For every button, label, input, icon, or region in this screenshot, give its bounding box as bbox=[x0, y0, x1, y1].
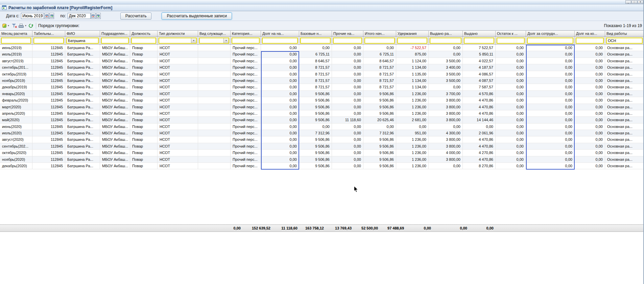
grid-cell[interactable]: Основная ра... bbox=[605, 84, 644, 90]
grid-cell[interactable]: 0,00 bbox=[526, 51, 575, 57]
grid-cell[interactable]: 112845 bbox=[32, 91, 65, 97]
grid-row[interactable]: март(2020)112845Батршина Ра...МБОУ Акбаш… bbox=[0, 104, 644, 110]
grid-cell[interactable]: 9 506,86 bbox=[299, 150, 332, 156]
grid-row[interactable]: февраль(2020)112845Батршина Ра...МБОУ Ак… bbox=[0, 97, 644, 104]
grid-cell[interactable]: 0,00 bbox=[332, 45, 363, 51]
grid-cell[interactable]: 8 646,57 bbox=[363, 58, 396, 64]
grid-cell[interactable]: 0,00 bbox=[332, 84, 363, 90]
grid-cell[interactable]: Основная ра... bbox=[605, 97, 644, 103]
grid-cell[interactable]: Повар bbox=[130, 58, 158, 64]
column-header[interactable]: Категория... bbox=[231, 31, 261, 36]
grid-cell[interactable]: 0,00 bbox=[526, 130, 575, 136]
grid-cell[interactable]: 0,00 bbox=[496, 58, 526, 64]
grid-cell[interactable]: 8 721,57 bbox=[299, 84, 332, 90]
grid-cell[interactable]: Основная ра... bbox=[605, 156, 644, 162]
grid-cell[interactable]: 0,00 bbox=[332, 78, 363, 84]
grid-cell[interactable]: Батршина Ра... bbox=[65, 150, 100, 156]
grid-cell[interactable]: Прочий перс... bbox=[231, 136, 261, 143]
grid-cell[interactable]: Повар bbox=[130, 124, 158, 130]
grid-cell[interactable]: МБОУ Акбаш... bbox=[100, 150, 130, 156]
grid-cell[interactable]: 0,00 bbox=[261, 104, 299, 110]
grid-cell[interactable]: 9 506,86 bbox=[299, 117, 332, 123]
grid-cell[interactable]: Батршина Ра... bbox=[65, 91, 100, 97]
grid-cell[interactable]: МБОУ Акбаш... bbox=[100, 58, 130, 64]
grid-cell[interactable]: февраль(2020) bbox=[0, 97, 32, 103]
grid-cell[interactable]: 0,00 bbox=[299, 124, 332, 130]
grid-cell[interactable]: Батршина Ра... bbox=[65, 45, 100, 51]
grid-cell[interactable]: 0,00 bbox=[575, 97, 605, 103]
grid-cell[interactable]: 0,00 bbox=[332, 104, 363, 110]
grid-cell[interactable]: 8 646,57 bbox=[299, 58, 332, 64]
grid-cell[interactable] bbox=[198, 124, 231, 130]
grid-cell[interactable]: 0,00 bbox=[261, 97, 299, 103]
filter-input[interactable] bbox=[430, 38, 461, 44]
grid-cell[interactable]: 0,00 bbox=[526, 117, 575, 123]
grid-cell[interactable]: НСОТ bbox=[158, 150, 198, 156]
grid-cell[interactable]: МБОУ Акбаш... bbox=[100, 156, 130, 162]
grid-cell[interactable]: Повар bbox=[130, 136, 158, 143]
grid-cell[interactable]: Прочий перс... bbox=[231, 124, 261, 130]
grid-cell[interactable]: 112845 bbox=[32, 136, 65, 143]
grid-cell[interactable]: -7 522,57 bbox=[396, 45, 429, 51]
grid-cell[interactable]: 0,00 bbox=[261, 130, 299, 136]
grid-cell[interactable]: 0,00 bbox=[261, 124, 299, 130]
grid-cell[interactable]: Повар bbox=[130, 84, 158, 90]
grid-cell[interactable]: 4 300,00 bbox=[429, 130, 463, 136]
date-to-picker-button[interactable] bbox=[96, 13, 101, 19]
grid-cell[interactable]: 0,00 bbox=[496, 91, 526, 97]
grid-cell[interactable] bbox=[198, 104, 231, 110]
grid-cell[interactable]: апрель(2020) bbox=[0, 110, 32, 116]
grid-cell[interactable]: Прочий перс... bbox=[231, 110, 261, 116]
filter-input[interactable] bbox=[397, 38, 427, 44]
grid-cell[interactable]: 3 500,00 bbox=[429, 71, 463, 77]
grid-row[interactable]: июнь(2019)112845Батршина Ра...МБОУ Акбаш… bbox=[0, 45, 644, 51]
grid-cell[interactable]: 4 270,86 bbox=[463, 150, 496, 156]
grid-cell[interactable]: 0,00 bbox=[526, 71, 575, 77]
grid-cell[interactable]: 4 022,57 bbox=[463, 58, 496, 64]
grid-cell[interactable]: Основная ра... bbox=[605, 150, 644, 156]
grid-cell[interactable]: 112845 bbox=[32, 45, 65, 51]
grid-cell[interactable]: Основная ра... bbox=[605, 58, 644, 64]
grid-cell[interactable]: 0,00 bbox=[332, 91, 363, 97]
grid-cell[interactable]: Основная ра... bbox=[605, 51, 644, 57]
filter-input[interactable] bbox=[364, 38, 395, 44]
grid-cell[interactable]: Батршина Ра... bbox=[65, 117, 100, 123]
grid-cell[interactable]: Прочий перс... bbox=[231, 130, 261, 136]
grid-cell[interactable]: 0,00 bbox=[429, 51, 463, 57]
grid-cell[interactable]: Основная ра... bbox=[605, 45, 644, 51]
date-to-calendar-button[interactable] bbox=[91, 13, 96, 19]
grid-cell[interactable]: Основная ра... bbox=[605, 130, 644, 136]
print-button[interactable]: ▼ bbox=[18, 22, 28, 29]
grid-cell[interactable]: Повар bbox=[130, 51, 158, 57]
grid-cell[interactable]: НСОТ bbox=[158, 163, 198, 169]
grid-cell[interactable]: 9 506,86 bbox=[363, 91, 396, 97]
grid-cell[interactable]: 9 506,86 bbox=[299, 136, 332, 143]
grid-cell[interactable]: 112845 bbox=[32, 130, 65, 136]
grid-cell[interactable]: 3 500,00 bbox=[429, 58, 463, 64]
grid-cell[interactable]: НСОТ bbox=[158, 110, 198, 116]
filter-input[interactable] bbox=[464, 38, 494, 44]
column-header[interactable]: Выдано bbox=[463, 31, 496, 36]
grid-cell[interactable]: 9 506,86 bbox=[363, 97, 396, 103]
grid-cell[interactable]: 0,00 bbox=[261, 64, 299, 70]
filter-input[interactable] bbox=[131, 38, 156, 44]
grid-cell[interactable]: 9 506,86 bbox=[299, 110, 332, 116]
grid-cell[interactable]: 0,00 bbox=[332, 156, 363, 162]
grid-cell[interactable]: 0,00 bbox=[261, 91, 299, 97]
grid-row[interactable]: июнь(2020)112845Батршина Ра...МБОУ Акбаш… bbox=[0, 124, 644, 130]
filter-input[interactable] bbox=[576, 38, 604, 44]
grid-cell[interactable]: март(2020) bbox=[0, 104, 32, 110]
grid-cell[interactable]: НСОТ bbox=[158, 136, 198, 143]
grid-row[interactable]: декабрь(2019)112845Батршина Ра...МБОУ Ак… bbox=[0, 84, 644, 90]
grid-cell[interactable]: 9 506,86 bbox=[363, 163, 396, 169]
grid-cell[interactable]: 20 625,46 bbox=[363, 117, 396, 123]
grid-cell[interactable]: МБОУ Акбаш... bbox=[100, 51, 130, 57]
filter-input[interactable] bbox=[101, 38, 129, 44]
grid-cell[interactable]: август(2019) bbox=[0, 58, 32, 64]
grid-cell[interactable]: 8 721,57 bbox=[363, 71, 396, 77]
grid-cell[interactable]: 0,00 bbox=[575, 58, 605, 64]
grid-cell[interactable]: Основная ра... bbox=[605, 143, 644, 149]
grid-row[interactable]: июль(2019)112845Батршина Ра...МБОУ Акбаш… bbox=[0, 51, 644, 58]
grid-cell[interactable]: Основная ра... bbox=[605, 136, 644, 143]
grid-cell[interactable]: МБОУ Акбаш... bbox=[100, 136, 130, 143]
